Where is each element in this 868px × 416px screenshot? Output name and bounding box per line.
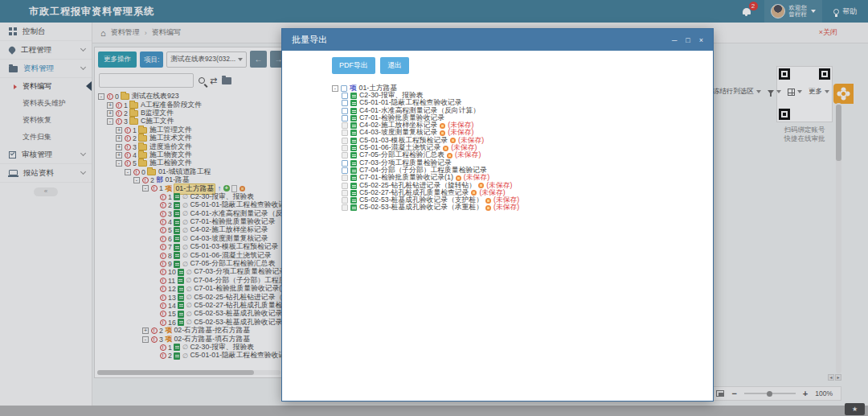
document-icon [350, 122, 357, 129]
document-icon [350, 145, 357, 151]
flower-icon [485, 205, 491, 211]
document-icon [350, 183, 357, 189]
close-icon[interactable]: × [699, 36, 703, 44]
item-checkbox[interactable] [342, 183, 348, 189]
flower-icon [485, 198, 491, 204]
item-checkbox[interactable] [342, 152, 348, 159]
document-icon [350, 108, 357, 114]
item-checkbox[interactable] [342, 108, 348, 114]
item-checkbox[interactable] [342, 204, 348, 211]
document-icon [350, 190, 357, 196]
document-icon [350, 167, 357, 174]
export-tree: - 项 01-土方路基 C2-30-报审、报验表C5-01-01-隐蔽工程检查验… [332, 84, 713, 212]
maximize-icon[interactable]: □ [686, 36, 690, 44]
modal-title: 批量导出 [292, 34, 327, 46]
item-checkbox[interactable] [342, 100, 348, 106]
export-item[interactable]: C5-02-53-桩基成孔验收记录（承重桩）(未保存) [342, 204, 713, 212]
item-checkbox[interactable] [342, 138, 348, 144]
document-icon [350, 100, 357, 106]
document-icon [350, 204, 357, 211]
document-icon [350, 93, 357, 99]
document-icon [350, 175, 357, 181]
pdf-export-button[interactable]: PDF导出 [332, 57, 375, 74]
batch-export-modal: 批量导出 ─ □ × PDF导出 退出 - 项 01-土方路基 C2-30-报审… [281, 28, 714, 402]
unsaved-badge: (未保存) [455, 150, 481, 160]
item-checkbox[interactable] [342, 160, 348, 167]
exit-button[interactable]: 退出 [380, 57, 409, 74]
node-badge: 项 [350, 84, 357, 93]
document-icon [350, 130, 357, 136]
document-icon [350, 197, 357, 204]
item-checkbox[interactable] [342, 145, 348, 151]
modal-header[interactable]: 批量导出 ─ □ × [282, 29, 713, 51]
export-items: C2-30-报审、报验表C5-01-01-隐蔽工程检查验收记录C4-01-水准高… [332, 92, 713, 212]
document-icon [350, 160, 357, 167]
item-checkbox[interactable] [342, 93, 348, 99]
item-checkbox[interactable] [342, 130, 348, 136]
collapse-toggle-icon[interactable]: - [332, 85, 338, 92]
item-checkbox[interactable] [342, 122, 348, 129]
item-checkbox[interactable] [342, 175, 348, 181]
document-icon [350, 152, 357, 159]
root-checkbox[interactable] [341, 85, 347, 92]
item-checkbox[interactable] [342, 190, 348, 196]
minimize-icon[interactable]: ─ [672, 36, 677, 44]
item-checkbox[interactable] [342, 115, 348, 122]
item-checkbox[interactable] [342, 197, 348, 204]
document-icon [350, 138, 357, 144]
document-icon [350, 115, 357, 122]
item-checkbox[interactable] [342, 167, 348, 174]
item-label: C5-02-53-桩基成孔验收记录（承重桩） [359, 203, 483, 212]
unsaved-badge: (未保存) [493, 203, 519, 212]
flower-icon [440, 123, 445, 129]
